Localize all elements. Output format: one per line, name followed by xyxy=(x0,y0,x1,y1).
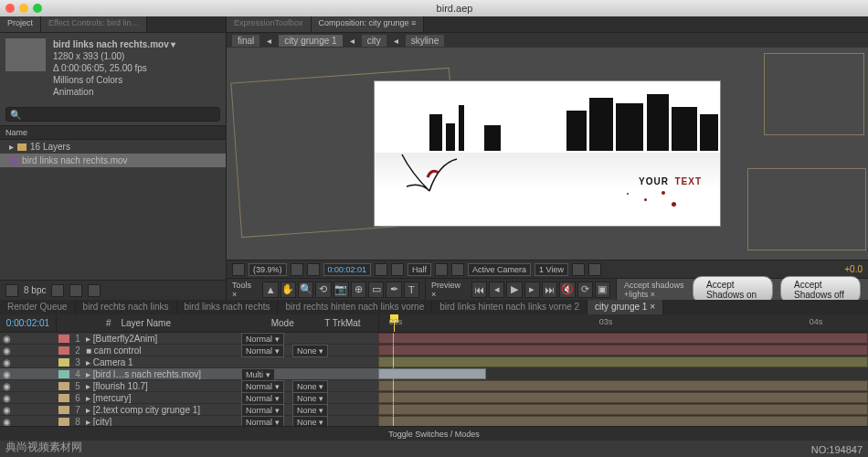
selection-tool[interactable]: ▲ xyxy=(262,282,278,298)
camera-dropdown[interactable]: Active Camera xyxy=(468,263,531,276)
window-close-button[interactable] xyxy=(5,4,15,13)
label-color[interactable] xyxy=(58,370,69,378)
project-file-row[interactable]: bird links nach rechts.mov xyxy=(0,154,226,167)
snapshot-button[interactable] xyxy=(375,263,387,276)
shape-tool[interactable]: ▭ xyxy=(368,282,384,298)
blend-mode-dropdown[interactable]: Normal ▾ xyxy=(241,380,284,393)
timeline-tab[interactable]: city grunge 1 × xyxy=(587,300,663,314)
trkmat-dropdown[interactable]: None ▾ xyxy=(292,380,328,393)
hand-tool[interactable]: ✋ xyxy=(281,282,296,298)
window-maximize-button[interactable] xyxy=(33,4,42,13)
timeline-tab[interactable]: bird links hinten nach links vorne 2 xyxy=(432,300,587,314)
fast-preview-button[interactable] xyxy=(588,263,601,276)
tab-project[interactable]: Project xyxy=(0,16,41,32)
visibility-toggle[interactable]: ◉ xyxy=(0,417,13,427)
delete-button[interactable] xyxy=(88,284,101,297)
layer-duration-bar[interactable] xyxy=(378,380,868,391)
layer-duration-bar[interactable] xyxy=(378,345,868,356)
pixel-aspect-button[interactable] xyxy=(572,263,585,276)
timeline-track-area[interactable] xyxy=(378,333,868,426)
label-color[interactable] xyxy=(58,358,69,367)
zoom-tool[interactable]: 🔍 xyxy=(298,282,313,298)
label-color[interactable] xyxy=(58,335,69,343)
layer-name[interactable]: ▸ [mercury] xyxy=(84,393,241,403)
new-folder-button[interactable] xyxy=(69,284,82,297)
zoom-dropdown[interactable]: (39.9%) xyxy=(249,263,287,276)
visibility-toggle[interactable]: ◉ xyxy=(0,381,13,391)
blend-mode-dropdown[interactable]: Normal ▾ xyxy=(241,404,284,417)
label-color[interactable] xyxy=(58,382,69,390)
layer-duration-bar[interactable] xyxy=(378,416,868,426)
col-num[interactable]: # xyxy=(100,318,118,328)
transparency-button[interactable] xyxy=(451,263,464,276)
current-time[interactable]: 0:00:02:01 xyxy=(323,263,372,276)
timeline-layer-row[interactable]: ◉7▸ [2.text comp city grunge 1]Normal ▾N… xyxy=(0,404,378,416)
loop-button[interactable]: ⟳ xyxy=(577,282,593,298)
play-button[interactable]: ▶ xyxy=(506,282,522,298)
project-column-header[interactable]: Name xyxy=(0,125,226,140)
window-minimize-button[interactable] xyxy=(19,4,28,13)
channel-button[interactable] xyxy=(391,263,404,276)
layer-name[interactable]: ▸ [city] xyxy=(84,417,241,427)
bpc-button[interactable]: 8 bpc xyxy=(24,285,46,295)
mask-toggle-button[interactable] xyxy=(307,263,320,276)
composition-viewer[interactable]: YOUR TEXT xyxy=(227,48,868,260)
layer-duration-bar[interactable] xyxy=(378,368,486,379)
visibility-toggle[interactable]: ◉ xyxy=(0,405,13,415)
visibility-toggle[interactable]: ◉ xyxy=(0,357,13,367)
trkmat-dropdown[interactable]: None ▾ xyxy=(292,404,328,417)
accept-shadows-on-button[interactable]: Accept Shadows on xyxy=(693,276,773,303)
breadcrumb-item[interactable]: final xyxy=(232,35,259,47)
next-frame-button[interactable]: ▸ xyxy=(524,282,540,298)
col-layer-name[interactable]: Layer Name xyxy=(117,318,270,328)
trkmat-dropdown[interactable]: None ▾ xyxy=(292,345,328,357)
layer-name[interactable]: ▸ Camera 1 xyxy=(84,357,241,367)
timeline-timecode[interactable]: 0:00:02:01 xyxy=(0,314,57,332)
layer-duration-bar[interactable] xyxy=(378,404,868,415)
roi-button[interactable] xyxy=(435,263,448,276)
tab-expression-toolbox[interactable]: ExpressionToolbox xyxy=(227,16,312,32)
blend-mode-dropdown[interactable]: Normal ▾ xyxy=(241,392,284,405)
timeline-tab[interactable]: bird rechts nach links xyxy=(76,300,177,314)
timeline-tab[interactable]: bird links nach rechts xyxy=(177,300,279,314)
timeline-tab[interactable]: Render Queue xyxy=(0,300,76,314)
label-color[interactable] xyxy=(58,394,69,402)
text-tool[interactable]: T xyxy=(404,282,419,298)
layer-name[interactable]: ▸ [flourish 10.7] xyxy=(84,381,241,391)
visibility-toggle[interactable]: ◉ xyxy=(0,369,13,379)
tab-effect-controls[interactable]: Effect Controls: bird lin… xyxy=(41,16,147,32)
visibility-toggle[interactable]: ◉ xyxy=(0,334,13,344)
label-color[interactable] xyxy=(58,418,69,426)
timeline-tab[interactable]: bird rechts hinten nach links vorne xyxy=(278,300,432,314)
camera-tool[interactable]: 📷 xyxy=(333,282,349,298)
visibility-toggle[interactable]: ◉ xyxy=(0,393,13,403)
project-list[interactable]: ▸ 16 Layers bird links nach rechts.mov xyxy=(0,140,226,280)
views-dropdown[interactable]: 1 View xyxy=(535,263,568,276)
breadcrumb-item[interactable]: skyline xyxy=(406,35,445,47)
prev-frame-button[interactable]: ◂ xyxy=(489,282,504,298)
rotation-tool[interactable]: ⟲ xyxy=(315,282,331,298)
project-folder-row[interactable]: ▸ 16 Layers xyxy=(0,140,226,154)
col-trkmat[interactable]: T TrkMat xyxy=(324,318,378,328)
accept-shadows-off-button[interactable]: Accept Shadows off xyxy=(780,276,861,303)
layer-name[interactable]: ▸ [bird l…s nach rechts.mov] xyxy=(84,369,241,379)
layer-duration-bar[interactable] xyxy=(378,392,868,403)
timeline-layer-row[interactable]: ◉4▸ [bird l…s nach rechts.mov]Multi ▾ xyxy=(0,368,378,380)
layer-duration-bar[interactable] xyxy=(378,333,868,344)
project-search-input[interactable]: 🔍 xyxy=(5,107,220,122)
breadcrumb-item[interactable]: city grunge 1 xyxy=(279,35,342,47)
last-frame-button[interactable]: ⏭ xyxy=(542,282,557,298)
toggle-switches-button[interactable]: Toggle Switches / Modes xyxy=(0,426,868,441)
layer-name[interactable]: ▸ [2.text comp city grunge 1] xyxy=(84,405,241,415)
blend-mode-dropdown[interactable]: Multi ▾ xyxy=(241,368,275,381)
blend-mode-dropdown[interactable]: Normal ▾ xyxy=(241,416,284,427)
pan-behind-tool[interactable]: ⊕ xyxy=(351,282,366,298)
new-comp-button[interactable] xyxy=(51,284,64,297)
blend-mode-dropdown[interactable]: Normal ▾ xyxy=(241,333,284,345)
label-color[interactable] xyxy=(58,406,69,414)
grid-toggle-button[interactable] xyxy=(232,263,245,276)
timeline-layer-row[interactable]: ◉6▸ [mercury]Normal ▾None ▾ xyxy=(0,392,378,404)
ram-preview-button[interactable]: ▣ xyxy=(595,282,610,298)
layer-name[interactable]: ▸ [Butterfly2Anim] xyxy=(84,334,241,344)
col-mode[interactable]: Mode xyxy=(271,318,325,328)
